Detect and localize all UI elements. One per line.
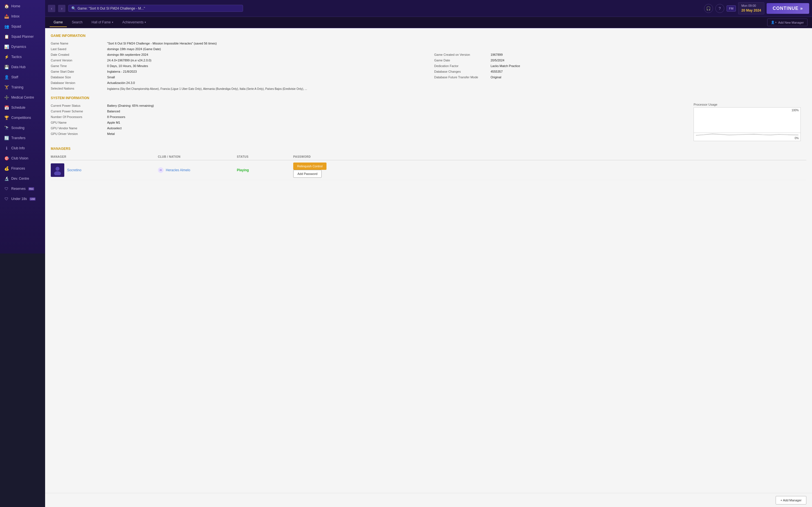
col-status: STATUS [237, 155, 293, 158]
sidebar-label-home: Home [11, 4, 20, 8]
sidebar-label-schedule: Schedule [11, 106, 26, 110]
squad-planner-icon: 📋 [4, 34, 9, 39]
info-key-power-status: Current Power Status [51, 104, 107, 107]
reserves-badge: Res [29, 187, 34, 190]
search-input[interactable] [78, 6, 240, 10]
relinquish-control-button[interactable]: Relinquish Control [293, 163, 326, 170]
add-password-button[interactable]: Add Password [293, 170, 322, 178]
table-row: Socretino H Heracles Almelo Playing Reli… [51, 160, 406, 180]
info-key-last-saved: Last Saved [51, 47, 107, 51]
sidebar-item-scouting[interactable]: 🔭 Scouting [0, 123, 45, 133]
info-pair-selected-nations: Selected Nations Inglaterra (Sky Bet Cha… [51, 86, 406, 92]
info-pair-power-status: Current Power Status Battery (Draining: … [51, 103, 406, 108]
info-pair-date-created: Date Created domingo 8th septiembre 2024 [51, 52, 406, 57]
data-hub-icon: 💾 [4, 64, 9, 69]
sidebar-item-inbox[interactable]: 📥 Inbox [0, 11, 45, 21]
sidebar-label-club-vision: Club Vision [11, 156, 28, 160]
sidebar-label-competitions: Competitions [11, 116, 31, 120]
chevron-down-icon: ▾ [145, 21, 146, 24]
sidebar-item-data-hub[interactable]: 💾 Data Hub [0, 62, 45, 72]
info-val-game-name: "Sort It Out SI FM24 Challenge - Mission… [107, 42, 217, 45]
sidebar-item-training[interactable]: 🏋 Training [0, 82, 45, 93]
sidebar-item-dynamics[interactable]: 📊 Dynamics [0, 42, 45, 52]
info-pair-gpu-vendor: GPU Vendor Name Autoselect [51, 125, 406, 131]
sidebar-label-under18s: Under 18s [11, 197, 27, 201]
sidebar-item-dev-centre[interactable]: 🔬 Dev. Centre [0, 173, 45, 184]
info-key-game-time: Game Time [51, 64, 107, 68]
info-val-power-status: Battery (Draining: 65% remaining) [107, 104, 154, 107]
nav-back-button[interactable]: ‹ [48, 5, 55, 12]
club-vision-icon: 🎯 [4, 156, 9, 161]
sidebar-item-staff[interactable]: 👤 Staff [0, 72, 45, 82]
competitions-icon: 🏆 [4, 115, 9, 120]
sidebar-label-transfers: Transfers [11, 136, 26, 140]
info-split-left: Date Created domingo 8th septiembre 2024… [51, 52, 406, 86]
sidebar-label-inbox: Inbox [11, 14, 19, 18]
info-pair-database-version: Database Version Actualización 24.3.0 [51, 80, 406, 86]
under18s-icon: 🛡 [4, 196, 9, 202]
info-val-current-version: 24.4.0+1967899 (m.e v24.2.0.0) [107, 59, 151, 62]
info-key-processors: Number Of Processors [51, 115, 107, 119]
tab-hall-of-fame[interactable]: Hall of Fame ▾ [88, 18, 117, 27]
sidebar-item-competitions[interactable]: 🏆 Competitions [0, 113, 45, 123]
manager-club[interactable]: Heracles Almelo [166, 168, 190, 172]
sidebar-label-tactics: Tactics [11, 55, 22, 59]
sidebar-label-training: Training [11, 86, 23, 89]
managers-table-header: MANAGER CLUB / NATION STATUS PASSWORD [51, 154, 406, 160]
info-val-database-version: Actualización 24.3.0 [107, 81, 135, 84]
topbar: ‹ › 🔍 🎧 ? FM Mon 09:00 20 May 2024 CONTI… [45, 0, 406, 17]
schedule-icon: 📅 [4, 105, 9, 110]
nav-forward-button[interactable]: › [58, 5, 65, 12]
info-pair-processors: Number Of Processors 8 Processors [51, 114, 406, 120]
club-info-icon: ℹ [4, 146, 9, 151]
sidebar-item-finances[interactable]: 💰 Finances [0, 163, 45, 173]
sidebar: 🏠 Home 📥 Inbox 👥 Squad 📋 Squad Planner 📊… [0, 0, 45, 253]
sidebar-item-home[interactable]: 🏠 Home [0, 1, 45, 11]
tab-game-label: Game [54, 20, 63, 24]
info-key-gpu-driver: GPU Driver Version [51, 132, 107, 135]
sidebar-item-squad[interactable]: 👥 Squad [0, 21, 45, 32]
tab-achievements[interactable]: Achievements ▾ [118, 18, 150, 27]
info-val-gpu-driver: Metal [107, 132, 115, 135]
sidebar-item-reserves[interactable]: 🛡 Reserves Res [0, 184, 45, 194]
search-icon: 🔍 [71, 6, 76, 10]
tactics-icon: ⚡ [4, 54, 9, 59]
club-badge-icon: H [158, 167, 163, 173]
tab-search[interactable]: Search [68, 18, 87, 27]
info-key-database-version: Database Version [51, 81, 107, 84]
sidebar-label-scouting: Scouting [11, 126, 24, 130]
info-pair-game-start-date: Game Start Date Inglaterra - 21/8/2023 [51, 69, 406, 74]
sidebar-item-schedule[interactable]: 📅 Schedule [0, 103, 45, 113]
club-col: H Heracles Almelo [158, 167, 237, 173]
sidebar-item-club-vision[interactable]: 🎯 Club Vision [0, 153, 45, 163]
sidebar-label-club-info: Club Info [11, 146, 25, 150]
sidebar-item-squad-planner[interactable]: 📋 Squad Planner [0, 32, 45, 42]
manager-name-col: Socretino [51, 163, 158, 177]
finances-icon: 💰 [4, 166, 9, 171]
info-key-current-version: Current Version [51, 59, 107, 62]
tab-hall-of-fame-label: Hall of Fame [92, 20, 111, 24]
manager-name[interactable]: Socretino [67, 168, 82, 172]
sidebar-item-under18s[interactable]: 🛡 Under 18s U18 [0, 194, 45, 204]
info-key-game-name: Game Name [51, 42, 107, 45]
sidebar-item-club-info[interactable]: ℹ Club Info [0, 143, 45, 153]
sidebar-item-medical-centre[interactable]: ➕ Medical Centre [0, 93, 45, 103]
sidebar-label-data-hub: Data Hub [11, 65, 26, 69]
sidebar-item-transfers[interactable]: 🔄 Transfers [0, 133, 45, 143]
sidebar-label-squad-planner: Squad Planner [11, 35, 34, 39]
main-content: GAME INFORMATION Game Name "Sort It Out … [45, 28, 406, 253]
info-pair-gpu-driver: GPU Driver Version Metal [51, 131, 406, 136]
info-pair-last-saved: Last Saved domingo 19th mayo 2024 (Game … [51, 46, 406, 52]
svg-point-1 [54, 171, 61, 175]
game-info-left: Game Name "Sort It Out SI FM24 Challenge… [51, 41, 406, 92]
info-key-gpu-name: GPU Name [51, 121, 107, 124]
tab-game[interactable]: Game [50, 18, 67, 27]
info-key-gpu-vendor: GPU Vendor Name [51, 126, 107, 130]
sidebar-item-tactics[interactable]: ⚡ Tactics [0, 52, 45, 62]
svg-point-0 [56, 167, 59, 171]
avatar [51, 163, 64, 177]
system-information-section: SYSTEM INFORMATION Current Power Status … [51, 96, 406, 141]
info-key-game-start-date: Game Start Date [51, 70, 107, 73]
info-key-date-created: Date Created [51, 53, 107, 56]
col-club-nation: CLUB / NATION [158, 155, 237, 158]
